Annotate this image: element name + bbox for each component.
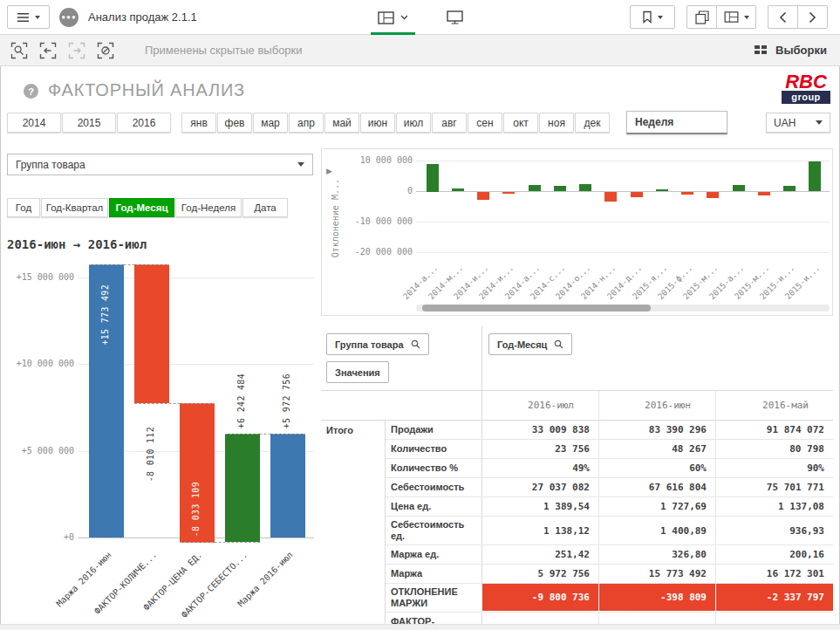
selections-forward-icon[interactable] [64,38,90,64]
month-button-янв[interactable]: янв [181,113,216,133]
presentation-icon [447,10,463,24]
week-filter[interactable]: Неделя [626,111,727,134]
pivot-row-label[interactable]: Себестоимость ед. [386,517,481,544]
pivot-value-cell: 251,42 [481,545,598,564]
smart-search-icon[interactable] [6,38,32,64]
expand-icon[interactable]: ▶ [326,167,332,175]
pivot-row-label[interactable]: ОТКЛОНЕНИЕ МАРЖИ [386,584,481,612]
toolbar-right [630,5,840,29]
sheet-list-button[interactable] [716,5,756,29]
month-button-фев[interactable]: фев [217,113,252,133]
pivot-value-cell: 90% [715,459,833,477]
chevron-right-icon [809,11,816,24]
selections-back-icon[interactable] [35,38,61,64]
deviation-bar[interactable] [554,186,566,191]
deviation-bar[interactable] [604,192,617,202]
help-icon[interactable]: ? [24,84,38,99]
month-button-апр[interactable]: апр [289,113,324,133]
bookmarks-button[interactable] [630,5,675,29]
storytelling-button[interactable] [440,0,470,35]
pivot-row-label[interactable]: Маржа [386,565,481,583]
pivot-row-label[interactable]: Себестоимость [386,478,481,496]
pivot-column-header[interactable]: 2016-июл [481,391,598,420]
month-button-мар[interactable]: мар [253,113,288,133]
deviation-bar[interactable] [681,192,693,195]
deviation-bar[interactable] [758,192,770,195]
hamburger-icon [17,12,30,23]
year-button-2015[interactable]: 2015 [62,113,116,133]
chevron-down-icon [658,16,663,19]
prev-sheet-button[interactable] [768,5,798,29]
currency-dropdown[interactable]: UAH [766,113,830,133]
month-button-окт[interactable]: окт [503,113,538,133]
measures-chip[interactable]: Значения [326,361,389,383]
chip-label: Значения [335,367,380,378]
period-tab-group: ГодГод-КварталГод-МесяцГод-НеделяДата [7,198,288,217]
month-button-сен[interactable]: сен [468,113,502,133]
pivot-value-cell: 200,16 [715,545,833,564]
year-button-2016[interactable]: 2016 [117,113,171,133]
clear-selections-icon[interactable] [92,38,119,64]
global-menu-button[interactable] [7,5,50,29]
rbc-logo: RBC group [782,72,830,104]
pivot-value-cell: 60% [598,459,715,477]
pivot-value-cell: 1 138,12 [481,517,598,544]
waterfall-bar[interactable] [270,434,305,538]
sheet-grid-icon [378,11,394,24]
period-tab-Год-Квартал[interactable]: Год-Квартал [41,198,108,217]
waterfall-bar[interactable] [225,434,260,542]
deviation-bar[interactable] [707,192,719,198]
sheets-view-button[interactable] [371,0,415,35]
horizontal-scrollbar[interactable] [0,624,840,630]
pivot-row-label[interactable]: Количество % [386,459,481,477]
chevron-down-icon [297,162,304,167]
gridline [416,252,830,253]
pivot-row-label[interactable]: Продажи [386,421,481,439]
pivot-value-cell: 27 037 082 [481,478,598,496]
pivot-total-label[interactable]: Итого [321,421,386,630]
period-tab-Дата[interactable]: Дата [242,198,288,217]
year-button-2014[interactable]: 2014 [7,113,61,133]
row-dimension-chip[interactable]: Группа товара [326,333,429,355]
pivot-rows: Продажи33 009 83883 390 29691 874 072Кол… [386,421,833,630]
waterfall-bar[interactable] [134,264,169,403]
deviation-bar[interactable] [783,186,796,191]
deviation-bar[interactable] [733,185,745,191]
selections-panel-button[interactable]: Выборки [754,44,840,57]
product-group-dropdown[interactable]: Группа товара [7,154,313,175]
bar-value-label: +5 972 756 [282,373,291,428]
deviation-bar[interactable] [427,164,439,192]
deviation-bar[interactable] [656,189,668,191]
period-tab-Год[interactable]: Год [7,198,40,217]
deviation-bar[interactable] [631,192,643,197]
month-button-июл[interactable]: июл [396,113,431,133]
scrollbar-thumb[interactable] [422,305,651,312]
month-button-май[interactable]: май [324,113,359,133]
deviation-bar[interactable] [477,192,489,200]
sheet-nav-group [768,5,828,29]
month-button-авг[interactable]: авг [432,113,467,133]
deviation-bar[interactable] [502,192,515,194]
month-button-июн[interactable]: июн [360,113,395,133]
period-tab-Год-Месяц[interactable]: Год-Месяц [109,198,174,217]
deviation-bar[interactable] [529,185,541,191]
period-tab-Год-Неделя[interactable]: Год-Неделя [175,198,242,217]
pivot-row-label[interactable]: Маржа ед. [386,545,481,564]
product-group-label: Группа товара [16,159,85,171]
next-sheet-button[interactable] [797,5,828,29]
column-dimension-chip[interactable]: Год-Месяц [488,333,572,355]
deviation-bar[interactable] [809,161,821,191]
pivot-row-label[interactable]: Цена ед. [386,497,481,516]
pivot-column-header[interactable]: 2016-июн [598,391,715,420]
duplicate-sheet-button[interactable] [686,5,717,29]
waterfall-title: 2016-июн → 2016-июл [7,237,147,251]
deviation-bar[interactable] [579,184,591,191]
pivot-column-header[interactable]: 2016-май [715,391,833,420]
month-button-ноя[interactable]: ноя [539,113,574,133]
deviation-bar[interactable] [452,188,464,191]
x-axis-label: Маржа 2016-июн [26,550,113,630]
month-button-дек[interactable]: дек [575,113,610,133]
y-axis-tick: 10 000 000 [338,155,413,165]
pivot-row-label[interactable]: Количество [386,440,481,458]
pivot-value-cell: 48 267 [598,440,715,458]
